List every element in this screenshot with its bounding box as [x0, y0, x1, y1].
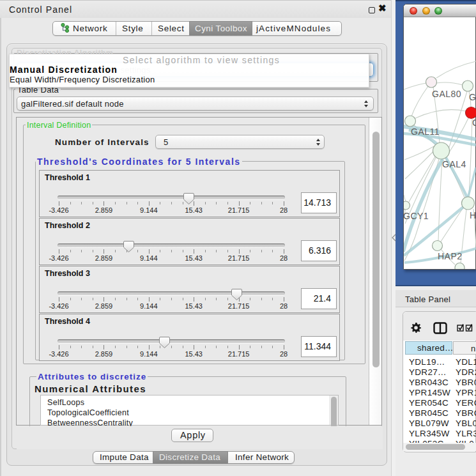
- svg-text:GAL11: GAL11: [411, 127, 440, 137]
- svg-text:C: C: [472, 118, 476, 128]
- svg-text:HA: HA: [470, 210, 476, 220]
- svg-text:GA: GA: [469, 92, 476, 102]
- svg-text:GAL80: GAL80: [432, 89, 461, 99]
- svg-text:GAL4: GAL4: [442, 159, 466, 169]
- svg-text:HAP2: HAP2: [438, 251, 463, 261]
- svg-text:GCY1: GCY1: [404, 211, 429, 221]
